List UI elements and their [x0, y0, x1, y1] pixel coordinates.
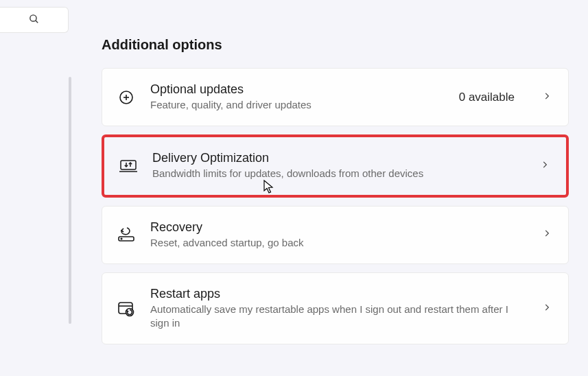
chevron-right-icon	[542, 91, 552, 104]
svg-line-1	[36, 20, 38, 22]
sidebar-scroll-track	[69, 77, 71, 324]
option-restart-apps[interactable]: Restart apps Automatically save my resta…	[102, 272, 569, 345]
card-meta: 0 available	[459, 91, 515, 104]
card-text: Delivery Optimization Bandwidth limits f…	[152, 151, 525, 180]
option-recovery[interactable]: Recovery Reset, advanced startup, go bac…	[102, 206, 569, 264]
plus-circle-icon	[117, 89, 135, 106]
restart-apps-icon	[117, 300, 135, 318]
download-device-icon	[119, 157, 137, 175]
card-text: Restart apps Automatically save my resta…	[150, 287, 527, 331]
chevron-right-icon	[542, 303, 552, 315]
card-desc: Bandwidth limits for updates, downloads …	[152, 167, 525, 180]
content-area: Additional options Optional updates Feat…	[102, 37, 569, 353]
card-desc: Feature, quality, and driver updates	[150, 98, 444, 112]
card-text: Recovery Reset, advanced startup, go bac…	[150, 220, 527, 250]
card-title: Optional updates	[150, 82, 444, 97]
option-optional-updates[interactable]: Optional updates Feature, quality, and d…	[102, 68, 569, 126]
svg-rect-5	[121, 161, 136, 169]
card-text: Optional updates Feature, quality, and d…	[150, 82, 444, 112]
search-icon	[28, 13, 40, 27]
card-title: Recovery	[150, 220, 527, 235]
svg-point-0	[30, 14, 36, 21]
option-delivery-optimization[interactable]: Delivery Optimization Bandwidth limits f…	[102, 134, 569, 197]
section-title: Additional options	[102, 37, 569, 53]
card-title: Delivery Optimization	[152, 151, 525, 165]
svg-point-10	[121, 238, 122, 239]
card-title: Restart apps	[150, 287, 527, 301]
search-box[interactable]	[0, 7, 69, 33]
chevron-right-icon	[542, 228, 552, 241]
recovery-icon	[117, 226, 135, 244]
card-desc: Automatically save my restartable apps w…	[150, 303, 527, 331]
chevron-right-icon	[540, 160, 550, 172]
card-desc: Reset, advanced startup, go back	[150, 236, 527, 250]
